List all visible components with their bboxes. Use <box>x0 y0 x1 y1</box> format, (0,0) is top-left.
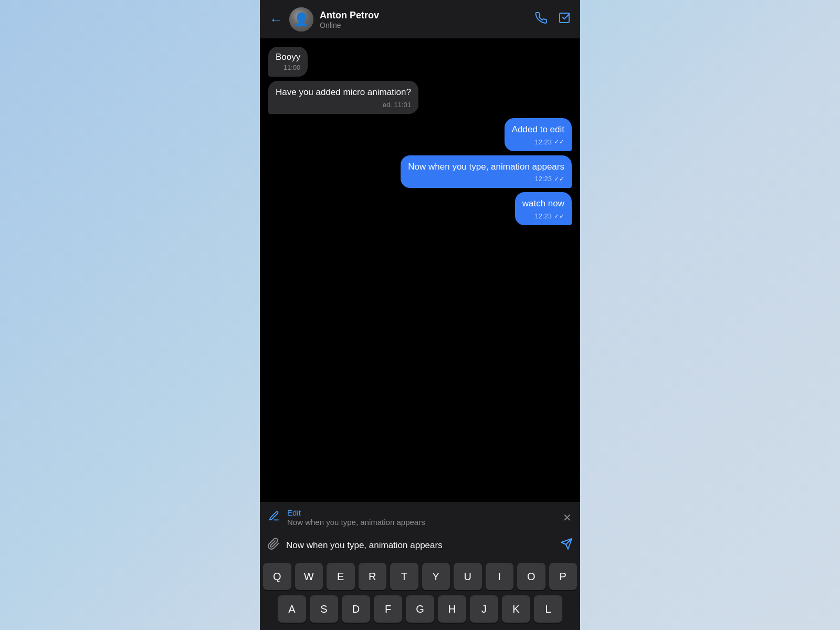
send-button[interactable] <box>560 538 573 553</box>
contact-status: Online <box>320 21 529 29</box>
message-time-edited-1: ed. 11:01 <box>276 101 411 109</box>
message-received-1: Have you added micro animation? ed. 11:0… <box>268 81 418 114</box>
key-k[interactable]: K <box>502 595 530 623</box>
message-booyy-name: Booyy 11:00 <box>268 47 308 77</box>
key-e[interactable]: E <box>327 563 355 590</box>
key-l[interactable]: L <box>534 595 562 623</box>
key-w[interactable]: W <box>295 563 323 590</box>
keyboard: Q W E R T Y U I O P A S D F G H J K L <box>260 559 580 630</box>
back-button[interactable]: ← <box>269 13 283 26</box>
key-s[interactable]: S <box>310 595 338 623</box>
svg-rect-0 <box>560 13 569 23</box>
message-text-sent-3: watch now <box>522 197 564 210</box>
message-text-sent-2: Now when you type, animation appears <box>408 161 564 173</box>
message-text-received-1: Have you added micro animation? <box>276 86 411 99</box>
edit-pencil-icon <box>268 510 280 525</box>
message-time-sent-1: 12:23 ✓✓ <box>512 138 564 146</box>
read-receipt-3: ✓✓ <box>554 213 564 220</box>
key-j[interactable]: J <box>470 595 498 623</box>
edit-bar: Edit Now when you type, animation appear… <box>260 502 580 532</box>
message-sent-3: watch now 12:23 ✓✓ <box>515 192 572 225</box>
attachment-icon[interactable] <box>267 538 280 553</box>
message-sent-2: Now when you type, animation appears 12:… <box>401 155 572 188</box>
key-d[interactable]: D <box>342 595 370 623</box>
compose-icon[interactable] <box>558 12 571 27</box>
key-u[interactable]: U <box>454 563 482 590</box>
message-time-sent-2: 12:23 ✓✓ <box>408 175 564 183</box>
message-input[interactable]: Now when you type, animation appears <box>286 540 554 551</box>
call-icon[interactable] <box>535 12 548 27</box>
chat-header: ← Anton Petrov Online <box>260 0 580 38</box>
key-f[interactable]: F <box>374 595 402 623</box>
edit-label: Edit <box>287 508 555 517</box>
read-receipt-1: ✓✓ <box>554 138 564 145</box>
avatar <box>289 7 313 32</box>
keyboard-row-2: A S D F G H J K L <box>263 595 577 623</box>
contact-info: Anton Petrov Online <box>320 10 529 29</box>
message-time-sent-3: 12:23 ✓✓ <box>522 212 564 220</box>
message-text-sent-1: Added to edit <box>512 123 564 136</box>
chat-area: Booyy 11:00 Have you added micro animati… <box>260 38 580 502</box>
key-h[interactable]: H <box>438 595 466 623</box>
read-receipt-2: ✓✓ <box>554 175 564 183</box>
edit-preview: Now when you type, animation appears <box>287 518 555 527</box>
input-bar: Now when you type, animation appears <box>260 532 580 559</box>
key-r[interactable]: R <box>359 563 387 590</box>
key-a[interactable]: A <box>278 595 306 623</box>
message-time-1: 11:00 <box>276 64 300 71</box>
phone-container: ← Anton Petrov Online Booyy <box>260 0 580 630</box>
close-edit-button[interactable]: ✕ <box>563 511 572 524</box>
header-icons <box>535 12 571 27</box>
key-t[interactable]: T <box>390 563 418 590</box>
key-q[interactable]: Q <box>263 563 291 590</box>
contact-name: Anton Petrov <box>320 10 529 21</box>
key-o[interactable]: O <box>517 563 545 590</box>
message-sent-1: Added to edit 12:23 ✓✓ <box>505 118 572 151</box>
sender-name: Booyy <box>276 52 300 62</box>
key-g[interactable]: G <box>406 595 434 623</box>
edit-bar-content: Edit Now when you type, animation appear… <box>287 508 555 527</box>
key-i[interactable]: I <box>486 563 514 590</box>
key-p[interactable]: P <box>549 563 578 590</box>
keyboard-row-1: Q W E R T Y U I O P <box>263 563 577 590</box>
key-y[interactable]: Y <box>422 563 450 590</box>
